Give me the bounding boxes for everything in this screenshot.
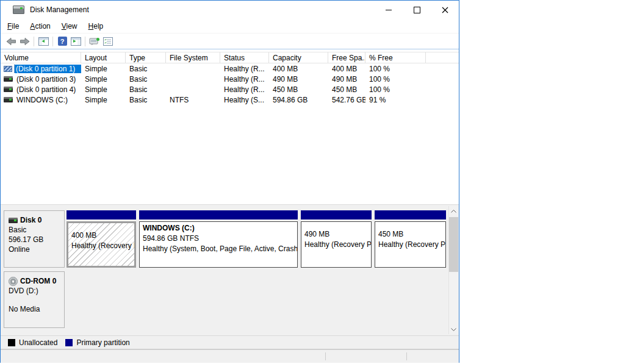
minimize-button[interactable]: [375, 1, 403, 19]
volume-name-selected: (Disk 0 partition 1): [15, 65, 81, 73]
column-header-capacity[interactable]: Capacity: [269, 52, 328, 63]
titlebar: Disk Management: [1, 1, 459, 19]
column-header-type[interactable]: Type: [126, 52, 166, 63]
minimize-icon: [386, 10, 392, 10]
menu-help[interactable]: Help: [83, 22, 109, 30]
basic-partition-icon: [4, 97, 13, 102]
show-action-pane-button[interactable]: [69, 35, 82, 48]
table-row-windows-c[interactable]: WINDOWS (C:) Simple Basic NTFS Healthy (…: [1, 95, 459, 105]
volume-cell: (Disk 0 partition 1): [1, 65, 81, 73]
properties-button[interactable]: [88, 35, 101, 48]
status-bar: [1, 349, 459, 363]
partition-status-line: Healthy (Recovery P: [378, 240, 442, 250]
partition-status-line: Healthy (Recovery P: [71, 241, 131, 251]
disk0-name: Disk 0: [20, 215, 41, 225]
column-header-layout[interactable]: Layout: [81, 52, 126, 63]
menu-bar: File Action View Help: [1, 19, 459, 34]
capacity-cell: 450 MB: [269, 85, 328, 94]
table-row-partition-4[interactable]: (Disk 0 partition 4) Simple Basic Health…: [1, 84, 459, 95]
partition-4-box[interactable]: 450 MB Healthy (Recovery P: [375, 210, 446, 268]
capacity-cell: 490 MB: [269, 75, 328, 84]
scroll-up-button[interactable]: [449, 206, 458, 216]
disk0-size: 596.17 GB: [9, 235, 64, 244]
menu-view[interactable]: View: [56, 22, 83, 30]
status-cell: Healthy (R...: [220, 75, 269, 84]
table-row-partition-1[interactable]: (Disk 0 partition 1) Simple Basic Health…: [1, 63, 459, 74]
volume-name: WINDOWS (C:): [15, 96, 81, 104]
partition-size-line: 490 MB: [304, 229, 368, 240]
hatched-partition-icon: [4, 66, 12, 72]
partition-windows-c-box[interactable]: WINDOWS (C:) 594.86 GB NTFS Healthy (Sys…: [139, 210, 298, 268]
disk0-title-row: Disk 0: [9, 215, 64, 225]
cdrom-info-panel[interactable]: CD-ROM 0 DVD (D:) No Media: [4, 271, 65, 328]
scrollbar-thumb[interactable]: [449, 217, 458, 272]
free-space-cell: 450 MB: [328, 85, 365, 94]
chevron-down-icon: [451, 328, 456, 331]
show-console-tree-button[interactable]: [37, 35, 50, 48]
pop-up-properties-icon: [89, 37, 100, 46]
desktop: { "window": { "title": "Disk Management"…: [0, 0, 626, 364]
capacity-cell: 400 MB: [269, 65, 328, 73]
disk-graphic-pane: Disk 0 Basic 596.17 GB Online 400 MB Hea…: [1, 204, 459, 335]
help-button[interactable]: ?: [56, 35, 69, 48]
partition-1-box[interactable]: 400 MB Healthy (Recovery P: [67, 210, 136, 268]
percent-free-cell: 100 %: [365, 85, 426, 94]
help-icon: ?: [58, 37, 67, 46]
volume-list-pane: Volume Layout Type File System Status Ca…: [1, 49, 459, 204]
menu-action[interactable]: Action: [24, 22, 56, 30]
partition-windows-c-body: WINDOWS (C:) 594.86 GB NTFS Healthy (Sys…: [139, 221, 298, 268]
unallocated-color-chip: [8, 339, 15, 346]
vertical-scrollbar[interactable]: [448, 206, 458, 334]
partition-size-line: 450 MB: [378, 229, 442, 240]
cd-rom-icon: [9, 277, 18, 286]
window-title: Disk Management: [30, 5, 89, 14]
toolbar: ?: [1, 34, 459, 49]
column-header-percent-free[interactable]: % Free: [365, 52, 426, 63]
maximize-button[interactable]: [403, 1, 431, 19]
volume-cell: (Disk 0 partition 4): [1, 85, 81, 94]
maximize-icon: [414, 7, 420, 13]
status-cell: Healthy (R...: [220, 65, 269, 73]
forward-button[interactable]: [18, 35, 31, 48]
disk-management-app-icon: [13, 5, 24, 14]
partition-4-body: 450 MB Healthy (Recovery P: [375, 221, 446, 268]
percent-free-cell: 100 %: [365, 65, 426, 73]
toolbar-separator: [52, 37, 53, 46]
toolbar-separator: [85, 37, 85, 46]
disk0-type: Basic: [9, 225, 64, 235]
partition-type-color-bar: [67, 210, 136, 219]
status-cell: Healthy (R...: [220, 85, 269, 94]
close-button[interactable]: [431, 1, 459, 19]
column-header-filler: [426, 52, 459, 63]
forward-arrow-icon: [20, 37, 30, 46]
column-header-free-space[interactable]: Free Spa...: [328, 52, 365, 63]
partition-3-body: 490 MB Healthy (Recovery P: [301, 221, 372, 268]
show-console-tree-icon: [38, 37, 49, 46]
partition-type-color-bar: [375, 210, 446, 219]
free-space-cell: 400 MB: [328, 65, 365, 73]
column-header-status[interactable]: Status: [220, 52, 269, 63]
scroll-down-button[interactable]: [449, 324, 458, 334]
disk0-status: Online: [9, 244, 64, 254]
column-header-file-system[interactable]: File System: [166, 52, 220, 63]
type-cell: Basic: [126, 96, 166, 104]
layout-cell: Simple: [81, 96, 126, 104]
partition-3-box[interactable]: 490 MB Healthy (Recovery P: [301, 210, 372, 268]
table-row-partition-3[interactable]: (Disk 0 partition 3) Simple Basic Health…: [1, 74, 459, 84]
cdrom-title-row: CD-ROM 0: [9, 276, 64, 286]
disk0-info-panel[interactable]: Disk 0 Basic 596.17 GB Online: [4, 210, 65, 268]
partition-name-line: WINDOWS (C:): [143, 223, 294, 234]
legend-label-primary-partition: Primary partition: [76, 338, 129, 347]
partition-size-line: 400 MB: [71, 230, 131, 241]
close-icon: [442, 7, 448, 13]
volume-name: (Disk 0 partition 3): [15, 75, 81, 84]
list-options-button[interactable]: [101, 35, 115, 48]
percent-free-cell: 100 %: [365, 75, 426, 84]
spacer: [9, 296, 64, 304]
partition-type-color-bar: [139, 210, 298, 219]
percent-free-cell: 91 %: [365, 96, 426, 104]
menu-file[interactable]: File: [7, 22, 24, 30]
back-button[interactable]: [4, 35, 18, 48]
column-header-volume[interactable]: Volume: [1, 52, 81, 63]
free-space-cell: 542.76 GB: [328, 96, 365, 104]
